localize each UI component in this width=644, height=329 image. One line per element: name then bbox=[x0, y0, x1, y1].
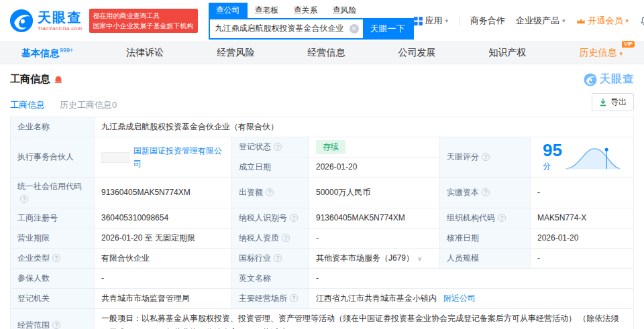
reg-status-label: 登记状态? bbox=[232, 137, 309, 157]
reg-no-label: 工商注册号 bbox=[11, 208, 95, 228]
search-tab-relation[interactable]: 查关系 bbox=[286, 3, 325, 18]
brand-name: 天眼查 bbox=[38, 11, 83, 24]
table-row-registry: 登记机关 共青城市市场监督管理局 主要经营场所? 江西省九江市共青城市基金小镇内… bbox=[11, 289, 634, 309]
business-scope-label: 经营范围? bbox=[11, 309, 95, 329]
menu-membership[interactable]: 开通会员 ▾ bbox=[576, 15, 629, 27]
slogan-line1: 都在用的商业查询工具 bbox=[93, 11, 194, 21]
insured-count-value: - bbox=[95, 269, 232, 289]
registry-value: 共青城市市场监督管理局 bbox=[95, 289, 232, 309]
credit-code-value: 91360405MAK5N774XM bbox=[95, 178, 232, 208]
tab-operating-info-label: 经营信息 bbox=[307, 47, 345, 58]
partner-logo bbox=[101, 152, 129, 163]
menu-cooperation-label: 商务合作 bbox=[470, 15, 505, 27]
table-row-scope: 经营范围? 一般项目：以私募基金从事股权投资、投资管理、资产管理等活动（须在中国… bbox=[11, 309, 634, 329]
help-icon[interactable]: ? bbox=[266, 188, 274, 196]
search-tab-boss[interactable]: 查老板 bbox=[248, 3, 286, 18]
menu-cooperation[interactable]: 商务合作 bbox=[470, 15, 505, 27]
help-icon[interactable]: ? bbox=[498, 214, 506, 222]
capital-value: 50000万人民币 bbox=[309, 178, 440, 208]
clear-icon[interactable]: ✕ bbox=[350, 24, 359, 34]
brand-slogan: 都在用的商业查询工具 国家中小企业发展子基金旗下机构 bbox=[89, 9, 198, 33]
subtab-history-business-info[interactable]: 历史工商信息0 bbox=[60, 99, 117, 111]
org-code-label: 组织机构代码? bbox=[440, 208, 531, 228]
table-row-type: 企业类型? 有限合伙企业 国标行业? 其他资本市场服务（J679）∨ 人员规模 … bbox=[11, 249, 634, 269]
tab-operating-info[interactable]: 经营信息 bbox=[307, 47, 345, 59]
menu-apps-label: 应用 bbox=[425, 15, 443, 27]
tab-legal-proceedings-label: 法律诉讼 bbox=[126, 47, 164, 58]
help-icon[interactable]: ? bbox=[52, 321, 60, 329]
search-input[interactable] bbox=[210, 19, 350, 38]
score-label: 天眼评分? bbox=[440, 137, 531, 178]
help-icon[interactable]: ? bbox=[274, 254, 282, 262]
search-tab-risk[interactable]: 查风险 bbox=[325, 3, 364, 18]
section-title: 工商信息 bbox=[10, 73, 63, 86]
help-icon[interactable]: ? bbox=[482, 153, 490, 161]
score-curve-chart[interactable] bbox=[565, 143, 621, 172]
help-icon[interactable]: ? bbox=[482, 188, 490, 196]
paid-capital-label: 实缴资本? bbox=[440, 178, 531, 208]
help-icon[interactable]: ? bbox=[274, 143, 282, 151]
search-button[interactable]: 天眼一下 bbox=[363, 19, 413, 38]
term-label: 营业期限 bbox=[11, 228, 95, 249]
menu-apps[interactable]: 应用 ▾ bbox=[414, 15, 449, 27]
business-place-value: 江西省九江市共青城市基金小镇内附近公司 bbox=[309, 289, 634, 309]
bell-icon bbox=[639, 16, 644, 26]
watermark-logo: 天眼查 bbox=[584, 72, 634, 86]
chevron-down-icon: ▾ bbox=[445, 17, 449, 24]
partner-label: 执行事务合伙人 bbox=[11, 137, 95, 178]
table-row-company-name: 企业名称 九江鼎成启航股权投资基金合伙企业（有限合伙） bbox=[11, 117, 634, 137]
status-badge: 存续 bbox=[316, 140, 345, 154]
chevron-down-icon[interactable]: ∨ bbox=[417, 255, 422, 262]
help-icon[interactable]: ? bbox=[52, 254, 60, 262]
tab-company-development-label: 公司发展 bbox=[398, 47, 435, 58]
help-icon[interactable]: ? bbox=[290, 294, 298, 302]
vip-badge: VIP bbox=[622, 41, 635, 48]
subtab-business-info[interactable]: 工商信息 bbox=[10, 99, 45, 111]
search-tab-company[interactable]: 查公司 bbox=[209, 3, 248, 18]
english-name-label: 英文名称 bbox=[232, 269, 309, 289]
paid-capital-value: - bbox=[531, 178, 634, 208]
help-icon[interactable]: ? bbox=[282, 234, 290, 242]
taxpayer-id-value: 91360405MAK5N774XM bbox=[309, 208, 440, 228]
alarm-icon[interactable] bbox=[54, 75, 63, 84]
tab-history-info[interactable]: 历史信息 ▾ VIP bbox=[580, 47, 623, 59]
tianyancha-swirl-icon bbox=[9, 9, 34, 33]
approve-date-label: 核准日期 bbox=[440, 228, 531, 249]
table-row-insured: 参保人数 - 英文名称 - bbox=[11, 269, 634, 289]
tab-history-info-label: 历史信息 bbox=[580, 47, 617, 58]
taxpayer-quality-value: - bbox=[309, 228, 440, 249]
capital-label: 出资额? bbox=[232, 178, 309, 208]
tianyancha-logo[interactable]: 天眼查 TianYanCha.com bbox=[9, 9, 83, 33]
tab-intellectual-property[interactable]: 知识产权 bbox=[489, 47, 527, 59]
partner-company-link[interactable]: 国新国证投资管理有限公司 bbox=[133, 145, 225, 170]
menu-enterprise-label: 企业级产品 bbox=[516, 15, 559, 27]
tab-legal-proceedings[interactable]: 法律诉讼 bbox=[126, 47, 164, 59]
credit-code-label: 统一社会信用代码? bbox=[11, 178, 95, 208]
company-type-label: 企业类型? bbox=[11, 249, 95, 269]
help-icon[interactable]: ? bbox=[290, 214, 298, 222]
menu-membership-label: 开通会员 bbox=[588, 15, 623, 27]
nearby-companies-link[interactable]: 附近公司 bbox=[443, 293, 476, 303]
business-info-table: 企业名称 九江鼎成启航股权投资基金合伙企业（有限合伙） 执行事务合伙人 国新国证… bbox=[10, 117, 634, 329]
tab-basic-info[interactable]: 基本信息999+ bbox=[21, 47, 73, 60]
menu-divider bbox=[459, 16, 460, 25]
help-icon[interactable]: ? bbox=[20, 195, 28, 203]
founded-label: 成立日期 bbox=[232, 157, 309, 178]
company-nav-bar: 基本信息999+ 法律诉讼 经营风险 经营信息 公司发展 知识产权 历史信息 ▾… bbox=[0, 42, 644, 64]
crown-icon bbox=[576, 17, 586, 25]
search-box: ✕ 天眼一下 bbox=[209, 18, 414, 40]
chevron-down-icon: ▾ bbox=[562, 17, 566, 24]
tab-company-development[interactable]: 公司发展 bbox=[398, 47, 435, 59]
tab-basic-info-label: 基本信息 bbox=[21, 47, 59, 58]
export-button[interactable]: 导出 bbox=[592, 93, 634, 111]
partner-value: 国新国证投资管理有限公司 bbox=[95, 137, 232, 178]
menu-enterprise[interactable]: 企业级产品 ▾ bbox=[516, 15, 566, 27]
section-title-row: 工商信息 天眼查 bbox=[10, 72, 634, 86]
tab-operating-risk[interactable]: 经营风险 bbox=[217, 47, 254, 59]
taxpayer-id-label: 纳税人识别号? bbox=[232, 208, 309, 228]
founded-value: 2026-01-20 bbox=[309, 157, 440, 178]
company-type-value: 有限合伙企业 bbox=[95, 249, 232, 269]
export-button-label: 导出 bbox=[610, 96, 627, 108]
subtabs: 工商信息 历史工商信息0 bbox=[10, 99, 117, 111]
notifications-bell[interactable] bbox=[639, 16, 644, 26]
